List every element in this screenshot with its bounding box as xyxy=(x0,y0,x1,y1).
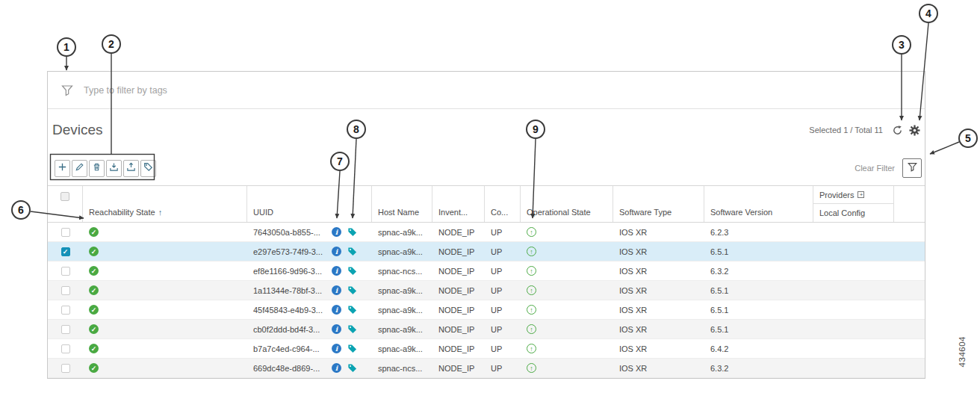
export-devices-button[interactable] xyxy=(123,160,139,177)
table-row[interactable]: 1a11344e-78bf-3... spnac-a9k... NODE_IP … xyxy=(48,281,925,300)
tag-icon[interactable] xyxy=(347,266,357,276)
devices-toolbar: Clear Filter xyxy=(48,151,925,185)
tag-icon[interactable] xyxy=(347,305,357,315)
table-row[interactable]: 45f45843-e4b9-3... spnac-a9k... NODE_IP … xyxy=(48,300,925,320)
devices-panel: Devices Selected 1 / Total 11 xyxy=(47,71,925,379)
device-table-body: 7643050a-b855-... spnac-a9k... NODE_IP U… xyxy=(48,223,925,378)
manage-tags-button[interactable] xyxy=(140,160,156,177)
filter-toggle-button[interactable] xyxy=(902,158,922,178)
column-header-host[interactable]: Host Name xyxy=(372,186,432,222)
info-icon[interactable] xyxy=(332,285,341,295)
info-icon[interactable] xyxy=(332,324,341,334)
software-version-cell: 6.4.2 xyxy=(704,339,813,358)
operational-cell xyxy=(521,300,613,319)
table-row[interactable]: ef8e1166-9d96-3... spnac-ncs... NODE_IP … xyxy=(48,262,925,281)
host-name-cell: spnac-a9k... xyxy=(372,281,432,300)
inventory-cell: NODE_IP xyxy=(432,242,485,261)
callout-9: 9 xyxy=(526,120,545,139)
checkbox-cell[interactable] xyxy=(48,242,83,261)
table-row[interactable]: 7643050a-b855-... spnac-a9k... NODE_IP U… xyxy=(48,223,925,242)
row-checkbox[interactable] xyxy=(61,267,70,276)
info-icon[interactable] xyxy=(332,227,341,237)
select-all-checkbox-cell[interactable] xyxy=(48,186,83,222)
info-icon[interactable] xyxy=(332,363,341,373)
row-checkbox[interactable] xyxy=(61,364,70,373)
software-type-cell: IOS XR xyxy=(613,223,704,241)
import-icon xyxy=(109,162,119,174)
info-icon[interactable] xyxy=(332,266,341,276)
tag-filter-input[interactable] xyxy=(84,85,925,96)
green-check-circle-icon xyxy=(89,324,99,334)
column-header-reachability[interactable]: Reachability State xyxy=(83,186,247,222)
info-icon[interactable] xyxy=(332,344,341,353)
config-state-cell: UP xyxy=(485,339,521,358)
tag-icon[interactable] xyxy=(347,227,357,237)
info-icon[interactable] xyxy=(332,247,341,256)
table-row[interactable]: 669dc48e-d869-... spnac-ncs... NODE_IP U… xyxy=(48,359,925,378)
checkbox-cell[interactable] xyxy=(48,359,83,377)
column-header-inventory[interactable]: Invent... xyxy=(432,186,485,222)
software-version-cell: 6.3.2 xyxy=(704,262,813,280)
clear-filter-button[interactable]: Clear Filter xyxy=(855,164,895,173)
info-icon[interactable] xyxy=(332,305,341,315)
refresh-icon[interactable] xyxy=(892,125,903,136)
table-row[interactable]: e297e573-74f9-3... spnac-a9k... NODE_IP … xyxy=(48,242,925,262)
uuid-cell: cb0f2ddd-bd4f-3... xyxy=(247,320,372,338)
column-header-software-type[interactable]: Software Type xyxy=(613,186,704,222)
filter-bar xyxy=(48,72,925,109)
add-device-button[interactable] xyxy=(55,160,70,177)
row-checkbox[interactable] xyxy=(61,344,70,353)
column-header-uuid[interactable]: UUID xyxy=(247,186,372,222)
tag-icon[interactable] xyxy=(347,363,357,373)
gear-icon[interactable] xyxy=(909,125,920,136)
funnel-icon[interactable] xyxy=(61,84,73,96)
checkbox-cell[interactable] xyxy=(48,339,83,358)
row-checkbox[interactable] xyxy=(61,286,70,295)
green-up-arrow-circle-icon xyxy=(527,247,536,256)
column-header-software-version[interactable]: Software Version xyxy=(704,186,813,222)
select-all-checkbox[interactable] xyxy=(61,192,69,201)
row-checkbox[interactable] xyxy=(61,228,70,237)
inventory-cell: NODE_IP xyxy=(432,281,485,300)
providers-group-header[interactable]: Providers xyxy=(813,186,893,204)
toolbar-button-group xyxy=(55,160,156,177)
local-config-cell xyxy=(813,223,894,241)
import-devices-button[interactable] xyxy=(106,160,122,177)
row-checkbox[interactable] xyxy=(61,306,70,315)
table-row[interactable]: b7a7c4ed-c964-... spnac-a9k... NODE_IP U… xyxy=(48,339,925,359)
row-filler-cell xyxy=(894,359,925,377)
devices-header: Devices Selected 1 / Total 11 xyxy=(48,109,925,151)
column-header-providers: Providers Local Config xyxy=(813,186,894,222)
tag-icon[interactable] xyxy=(347,247,357,256)
local-config-cell xyxy=(813,242,894,261)
tag-icon[interactable] xyxy=(347,344,357,353)
table-row[interactable]: cb0f2ddd-bd4f-3... spnac-a9k... NODE_IP … xyxy=(48,320,925,339)
checkbox-cell[interactable] xyxy=(48,223,83,241)
column-header-operational[interactable]: Operational State xyxy=(521,186,613,222)
row-checkbox[interactable] xyxy=(61,247,70,256)
header-filler-cell xyxy=(894,186,925,222)
callout-8: 8 xyxy=(347,120,366,139)
inventory-cell: NODE_IP xyxy=(432,300,485,319)
uuid-text: 1a11344e-78bf-3... xyxy=(253,286,326,295)
delete-device-button[interactable] xyxy=(89,160,105,177)
green-up-arrow-circle-icon xyxy=(527,363,536,373)
row-filler-cell xyxy=(894,281,925,300)
column-header-local-config[interactable]: Local Config xyxy=(813,204,893,222)
checkbox-cell[interactable] xyxy=(48,281,83,300)
row-checkbox[interactable] xyxy=(61,325,70,334)
tag-icon[interactable] xyxy=(347,285,357,295)
screenshot-canvas: Devices Selected 1 / Total 11 xyxy=(0,0,980,393)
config-state-cell: UP xyxy=(485,262,521,280)
checkbox-cell[interactable] xyxy=(48,300,83,319)
inventory-cell: NODE_IP xyxy=(432,262,485,280)
tag-icon[interactable] xyxy=(347,324,357,334)
column-header-config[interactable]: Co... xyxy=(485,186,521,222)
edit-device-button[interactable] xyxy=(72,160,87,177)
checkbox-cell[interactable] xyxy=(48,262,83,280)
config-state-cell: UP xyxy=(485,359,521,377)
operational-cell xyxy=(521,242,613,261)
host-name-cell: spnac-ncs... xyxy=(372,262,432,280)
checkbox-cell[interactable] xyxy=(48,320,83,338)
expand-providers-icon[interactable] xyxy=(858,191,864,198)
